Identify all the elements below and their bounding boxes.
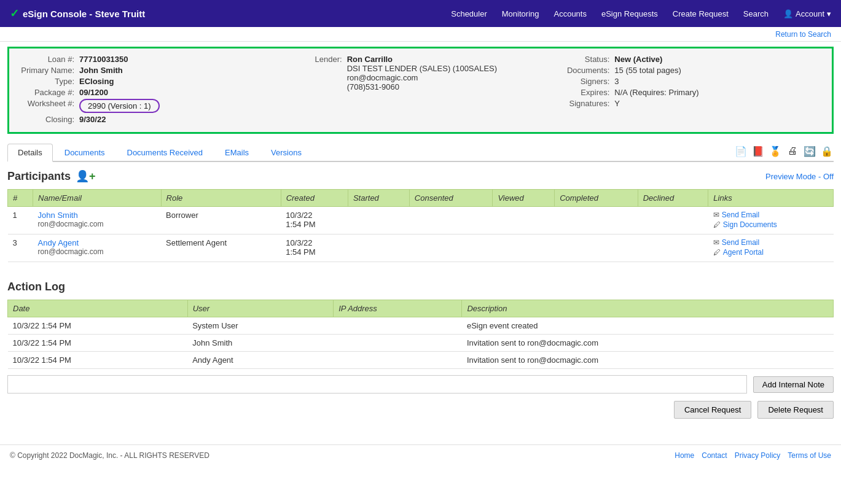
participant-consented-1 xyxy=(409,207,493,235)
loan-info-panel: Loan #: 77710031350 Primary Name: John S… xyxy=(7,47,834,134)
user-icon: 👤 xyxy=(783,9,793,18)
logo-icon: ✓ xyxy=(10,7,19,20)
participant-role-3: Settlement Agent xyxy=(161,235,281,262)
primary-name-value: John Smith xyxy=(79,66,123,75)
signers-label: Signers: xyxy=(554,77,609,86)
log-date-3: 10/3/22 1:54 PM xyxy=(8,352,188,369)
agent-portal-link-3[interactable]: 🖊 Agent Portal xyxy=(713,248,829,257)
participant-declined-3 xyxy=(638,235,708,262)
tab-details[interactable]: Details xyxy=(7,144,53,162)
footer-home[interactable]: Home xyxy=(675,451,694,460)
action-buttons: Cancel Request Delete Request xyxy=(7,401,834,419)
return-bar: Return to Search xyxy=(0,27,841,42)
info-col-left: Loan #: 77710031350 Primary Name: John S… xyxy=(19,55,287,126)
preview-mode-toggle[interactable]: Preview Mode - Off xyxy=(765,172,834,181)
participant-links-3: ✉ Send Email 🖊 Agent Portal xyxy=(708,235,834,262)
nav-accounts[interactable]: Accounts xyxy=(553,9,586,18)
log-date-2: 10/3/22 1:54 PM xyxy=(8,335,188,352)
main-content: Participants 👤+ Preview Mode - Off # Nam… xyxy=(7,162,834,426)
return-to-search-link[interactable]: Return to Search xyxy=(775,30,831,39)
internal-note-input[interactable] xyxy=(7,375,747,394)
lender-label-row: Lender: Ron Carrillo DSI TEST LENDER (SA… xyxy=(287,55,555,91)
participant-viewed-1 xyxy=(493,207,555,235)
log-ip-3 xyxy=(334,352,462,369)
tab-versions[interactable]: Versions xyxy=(260,144,312,161)
expires-value: N/A (Requires: Primary) xyxy=(614,88,698,97)
worksheet-label: Worksheet #: xyxy=(19,99,74,113)
pdf-icon[interactable]: 📕 xyxy=(751,144,765,158)
participant-name-link-3[interactable]: Andy Agent xyxy=(38,238,79,247)
log-user-2: John Smith xyxy=(187,335,334,352)
closing-row: Closing: 9/30/22 xyxy=(19,115,287,124)
log-ip-2 xyxy=(334,335,462,352)
nav-esign-requests[interactable]: eSign Requests xyxy=(601,9,658,18)
nav-scheduler[interactable]: Scheduler xyxy=(451,9,487,18)
participant-number-3: 3 xyxy=(8,235,33,262)
nav-search[interactable]: Search xyxy=(743,9,769,18)
tab-documents-received[interactable]: Documents Received xyxy=(117,144,214,161)
footer-privacy-policy[interactable]: Privacy Policy xyxy=(735,451,781,460)
log-col-date: Date xyxy=(8,300,188,317)
col-started: Started xyxy=(348,190,409,207)
type-row: Type: EClosing xyxy=(19,77,287,86)
agent-portal-label-3: Agent Portal xyxy=(723,248,764,257)
account-label: Account xyxy=(796,9,824,18)
signatures-label: Signatures: xyxy=(554,99,609,108)
add-participant-icon[interactable]: 👤+ xyxy=(76,169,96,183)
expires-label: Expires: xyxy=(554,88,609,97)
footer-contact[interactable]: Contact xyxy=(702,451,727,460)
tab-emails[interactable]: EMails xyxy=(214,144,259,161)
signatures-row: Signatures: Y xyxy=(554,99,822,108)
type-label: Type: xyxy=(19,77,74,86)
col-consented: Consented xyxy=(409,190,493,207)
participant-started-3 xyxy=(348,235,409,262)
tabs-bar: Details Documents Documents Received EMa… xyxy=(7,139,834,162)
participant-role-1: Borrower xyxy=(161,207,281,235)
send-email-link-3[interactable]: ✉ Send Email xyxy=(713,238,829,247)
user-cert-icon[interactable]: 🏅 xyxy=(769,144,782,158)
footer-terms-of-use[interactable]: Terms of Use xyxy=(788,451,831,460)
nav-create-request[interactable]: Create Request xyxy=(673,9,729,18)
delete-request-button[interactable]: Delete Request xyxy=(757,401,834,419)
send-email-link-1[interactable]: ✉ Send Email xyxy=(713,211,829,219)
loan-value: 77710031350 xyxy=(79,55,128,64)
cancel-request-button[interactable]: Cancel Request xyxy=(674,401,752,419)
lock-icon[interactable]: 🔒 xyxy=(820,144,834,158)
tab-documents[interactable]: Documents xyxy=(54,144,115,161)
info-col-middle: Lender: Ron Carrillo DSI TEST LENDER (SA… xyxy=(287,55,555,126)
add-internal-note-button[interactable]: Add Internal Note xyxy=(753,376,834,393)
log-date-1: 10/3/22 1:54 PM xyxy=(8,317,188,335)
col-created: Created xyxy=(281,190,348,207)
participant-email-1: ron@docmagic.com xyxy=(38,220,156,228)
refresh-icon[interactable]: 🔄 xyxy=(803,144,816,158)
footer-copyright: © Copyright 2022 DocMagic, Inc. - ALL RI… xyxy=(10,451,209,460)
lender-label: Lender: xyxy=(287,55,342,91)
participant-completed-1 xyxy=(555,207,638,235)
package-row: Package #: 09/1200 xyxy=(19,88,287,97)
print-icon[interactable]: 🖨 xyxy=(786,144,799,158)
expires-row: Expires: N/A (Requires: Primary) xyxy=(554,88,822,97)
participant-name-link-1[interactable]: John Smith xyxy=(38,211,78,220)
worksheet-row: Worksheet #: 2990 (Version : 1) xyxy=(19,99,287,113)
log-row-1: 10/3/22 1:54 PM System User eSign event … xyxy=(8,317,834,335)
action-log-title: Action Log xyxy=(7,281,834,293)
col-declined: Declined xyxy=(638,190,708,207)
app-title: eSign Console - Steve Truitt xyxy=(23,9,145,19)
status-row: Status: New (Active) xyxy=(554,55,822,64)
closing-label: Closing: xyxy=(19,115,74,124)
email-icon-1: ✉ xyxy=(713,211,719,219)
lender-email: ron@docmagic.com xyxy=(347,73,497,82)
nav-monitoring[interactable]: Monitoring xyxy=(502,9,539,18)
footer-links: Home Contact Privacy Policy Terms of Use xyxy=(675,451,831,460)
download-icon[interactable]: 📄 xyxy=(734,144,748,158)
participant-declined-1 xyxy=(638,207,708,235)
log-row-2: 10/3/22 1:54 PM John Smith Invitation se… xyxy=(8,335,834,352)
participant-created-3: 10/3/221:54 PM xyxy=(281,235,348,262)
col-completed: Completed xyxy=(555,190,638,207)
sign-documents-link-1[interactable]: 🖊 Sign Documents xyxy=(713,220,829,229)
participants-table: # Name/Email Role Created Started Consen… xyxy=(7,189,834,262)
primary-name-row: Primary Name: John Smith xyxy=(19,66,287,75)
log-col-user: User xyxy=(187,300,334,317)
account-menu[interactable]: 👤 Account ▾ xyxy=(783,9,831,18)
log-ip-1 xyxy=(334,317,462,335)
